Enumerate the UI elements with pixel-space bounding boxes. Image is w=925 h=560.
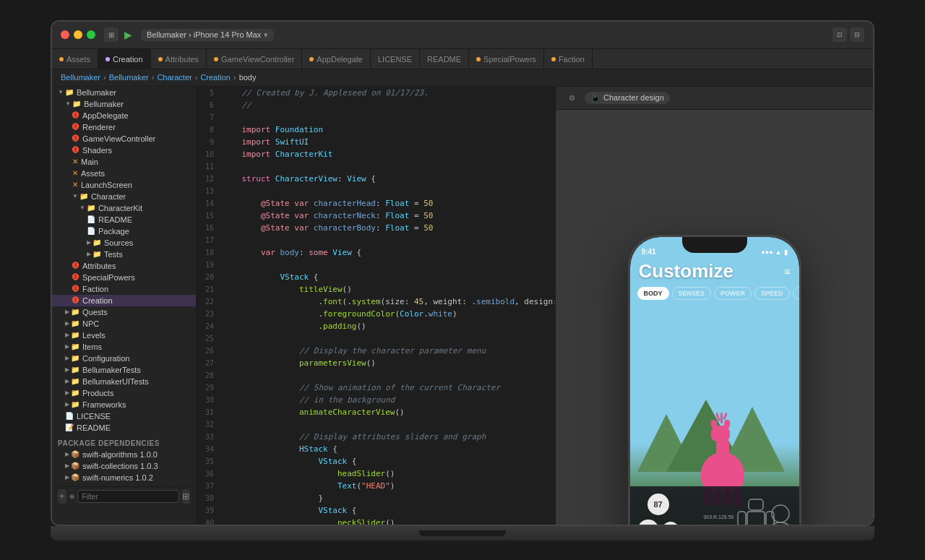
code-line: 21 titleView() xyxy=(197,283,555,296)
add-group-button[interactable]: ⊞ xyxy=(182,489,191,504)
sidebar-item-frameworks[interactable]: ▶ 📁 Frameworks xyxy=(52,399,196,410)
expand-icon: ▶ xyxy=(65,378,69,384)
sidebar-item-bellumakertest[interactable]: ▶ 📁 BellumakerTests xyxy=(52,364,196,376)
title-bar: ⊞ ▶ Bellumaker › iPhone 14 Pro Max ▾ ⊡ ⊟ xyxy=(52,22,873,49)
breadcrumb-character[interactable]: Character xyxy=(157,73,192,82)
svg-rect-1 xyxy=(747,512,765,526)
tab-dot-gvc xyxy=(214,57,218,61)
tab-assets[interactable]: Assets xyxy=(52,49,98,69)
code-line: 25 xyxy=(197,332,555,345)
code-line: 34 HStack { xyxy=(197,443,555,455)
tab-source[interactable]: SOURCE xyxy=(793,287,799,300)
sidebar-item-renderer[interactable]: 🅢 Renderer xyxy=(52,121,196,133)
scheme-selector[interactable]: Bellumaker › iPhone 14 Pro Max ▾ xyxy=(141,29,274,41)
sidebar-item-swift-algorithms[interactable]: ▶ 📦 swift-algorithms 1.0.0 xyxy=(52,449,196,460)
preview-panel: ⚙ 📱 Character design xyxy=(555,87,873,526)
sidebar-item-quests[interactable]: ▶ 📁 Quests xyxy=(52,306,196,318)
sidebar-item-shaders[interactable]: 🅢 Shaders xyxy=(52,145,196,156)
hamburger-icon[interactable]: ≡ xyxy=(784,266,790,277)
sidebar-item-levels[interactable]: ▶ 📁 Levels xyxy=(52,329,196,341)
tab-senses[interactable]: SENSES xyxy=(672,287,712,300)
breadcrumb-bellumaker-2[interactable]: Bellumaker xyxy=(109,73,149,82)
controls-overlay: 87 55 xyxy=(630,486,799,526)
sidebar-item-character[interactable]: ▼ 📁 Character xyxy=(52,191,196,202)
sliders-row: 87 55 xyxy=(637,492,792,526)
tab-speed[interactable]: SPEED xyxy=(754,287,790,300)
sidebar-label-npc: NPC xyxy=(82,319,99,328)
tab-appdelegate[interactable]: AppDelegate xyxy=(302,49,371,69)
sidebar-item-specialpowers[interactable]: 🅢 SpecialPowers xyxy=(52,272,196,283)
expand-icon: ▶ xyxy=(65,332,69,338)
tab-specialpowers[interactable]: SpecialPowers xyxy=(469,49,544,69)
sidebar-item-creation[interactable]: 🅢 Creation xyxy=(52,295,196,306)
sidebar-item-configuration[interactable]: ▶ 📁 Configuration xyxy=(52,353,196,364)
sidebar-item-package[interactable]: 📄 Package xyxy=(52,225,196,237)
tab-dot-attributes xyxy=(158,57,163,61)
iphone-notch xyxy=(682,237,747,253)
sidebar-item-items[interactable]: ▶ 📁 Items xyxy=(52,341,196,353)
sidebar-item-launchscreen[interactable]: ✕ LaunchScreen xyxy=(52,179,196,191)
code-line: 26 // Display the character parameter me… xyxy=(197,345,555,357)
sidebar-item-products[interactable]: ▶ 📁 Products xyxy=(52,387,196,399)
sidebar-item-main[interactable]: ✕ Main xyxy=(52,156,196,168)
sidebar-item-sources[interactable]: ▶ 📁 Sources xyxy=(52,237,196,249)
folder-icon: 📁 xyxy=(92,250,101,258)
iphone-time: 9:41 xyxy=(642,248,656,256)
tab-power[interactable]: POWER xyxy=(714,287,752,300)
sidebar-label-launchscreen: LaunchScreen xyxy=(81,181,132,189)
sidebar-label-readme: README xyxy=(77,423,111,432)
svg-rect-2 xyxy=(738,512,746,526)
folder-icon: 📁 xyxy=(71,389,79,397)
inspector-toggle-button[interactable]: ⊡ xyxy=(832,27,847,42)
code-editor[interactable]: 5 // Created by J. Appleseed on 01/17/23… xyxy=(197,87,555,526)
sidebar-item-swift-collections[interactable]: ▶ 📦 swift-collections 1.0.3 xyxy=(52,460,196,472)
settings-icon[interactable]: ⚙ xyxy=(564,94,579,102)
sidebar-item-readme[interactable]: 📝 README xyxy=(52,422,196,434)
breadcrumb-creation[interactable]: Creation xyxy=(200,73,231,82)
tab-attributes[interactable]: Attributes xyxy=(151,49,207,69)
filter-input[interactable] xyxy=(77,490,179,503)
sidebar-label-creation: Creation xyxy=(82,296,113,305)
tab-dot-faction xyxy=(551,57,556,61)
sidebar-item-bellumaker[interactable]: ▼ 📁 Bellumaker xyxy=(52,98,196,110)
sidebar-item-license[interactable]: 📄 LICENSE xyxy=(52,410,196,422)
preview-label: 📱 Character design xyxy=(585,92,670,104)
sidebar-label-characterkit: CharacterKit xyxy=(98,204,142,212)
sidebar-item-bellumaker-root[interactable]: ▼ 📁 Bellumaker xyxy=(52,87,196,98)
sidebar-item-assets[interactable]: ✕ Assets xyxy=(52,168,196,179)
breadcrumb-bellumaker-1[interactable]: Bellumaker xyxy=(61,73,100,82)
tab-gameviewcontroller[interactable]: GameViewController xyxy=(207,49,302,69)
sidebar-label-swift-numerics: swift-numerics 1.0.2 xyxy=(82,473,153,482)
tab-faction[interactable]: Faction xyxy=(544,49,593,69)
sidebar-item-characterkit[interactable]: ▼ 📁 CharacterKit xyxy=(52,202,196,214)
close-button[interactable] xyxy=(61,30,69,39)
sidebar-item-readme-ck[interactable]: 📄 README xyxy=(52,214,196,225)
sidebar-toggle-button[interactable]: ⊞ xyxy=(104,27,119,42)
sidebar-item-faction[interactable]: 🅢 Faction xyxy=(52,283,196,295)
folder-icon: 📁 xyxy=(71,331,79,339)
minimize-button[interactable] xyxy=(74,30,82,39)
maximize-button[interactable] xyxy=(87,30,95,39)
file-icon: 📄 xyxy=(87,227,95,235)
split-button[interactable]: ⊟ xyxy=(850,27,864,42)
tab-creation[interactable]: Creation xyxy=(98,49,151,69)
sidebar-item-npc[interactable]: ▶ 📁 NPC xyxy=(52,318,196,329)
tab-creation-label: Creation xyxy=(113,55,143,64)
tab-readme[interactable]: README xyxy=(420,49,469,69)
tab-license[interactable]: LICENSE xyxy=(371,49,420,69)
sidebar-item-tests[interactable]: ▶ 📁 Tests xyxy=(52,249,196,260)
breadcrumb-body[interactable]: body xyxy=(239,73,257,82)
sidebar-item-appdelegate[interactable]: 🅢 AppDelegate xyxy=(52,110,196,121)
laptop-shell: ⊞ ▶ Bellumaker › iPhone 14 Pro Max ▾ ⊡ ⊟… xyxy=(51,20,874,540)
project-navigator: ▼ 📁 Bellumaker ▼ 📁 Bellumaker 🅢 AppDeleg… xyxy=(52,87,197,526)
swift-icon: 🅢 xyxy=(72,111,79,119)
tab-body[interactable]: BODY xyxy=(637,287,669,300)
sidebar-item-bellumakeruitests[interactable]: ▶ 📁 BellumakerUITests xyxy=(52,376,196,387)
run-button[interactable]: ▶ xyxy=(124,29,132,40)
sidebar-item-gameviewcontroller[interactable]: 🅢 GameViewController xyxy=(52,133,196,145)
sidebar-item-swift-numerics[interactable]: ▶ 📦 swift-numerics 1.0.2 xyxy=(52,472,196,483)
add-button[interactable]: + xyxy=(58,489,66,504)
code-line: 12 struct CharacterView: View { xyxy=(197,173,555,185)
chevron-down-icon: ▾ xyxy=(264,30,268,40)
sidebar-item-attributes[interactable]: 🅢 Attributes xyxy=(52,260,196,272)
